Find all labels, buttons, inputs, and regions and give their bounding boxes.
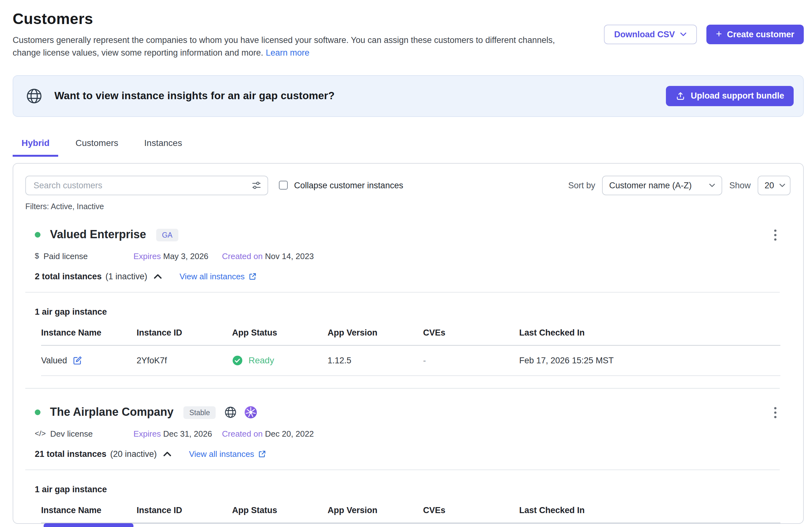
scroll-indicator[interactable]	[44, 523, 133, 527]
col-last-checked-in: Last Checked In	[519, 498, 780, 523]
airgap-insights-banner: Want to view instance insights for an ai…	[13, 75, 804, 117]
last-checked-in-cell: Feb 17, 2026 15:25 MST	[519, 345, 780, 375]
license-type: </> Dev license	[35, 429, 133, 438]
page-description: Customers generally represent the compan…	[13, 34, 577, 60]
expires-value: Dec 31, 2026	[163, 429, 212, 438]
collapse-instances-checkbox[interactable]	[279, 181, 288, 190]
status-dot	[35, 409, 41, 415]
chevron-up-icon[interactable]	[154, 273, 162, 279]
toolbar: Collapse customer instances Sort by Cust…	[13, 163, 803, 195]
table-header-row: Instance Name Instance ID App Status App…	[41, 498, 780, 523]
chevron-down-icon	[779, 183, 785, 187]
col-instance-id: Instance ID	[136, 320, 232, 345]
col-instance-name: Instance Name	[41, 498, 136, 523]
upload-support-bundle-button[interactable]: Upload support bundle	[666, 86, 794, 106]
kubernetes-icon	[244, 406, 257, 419]
instances-table: Instance Name Instance ID App Status App…	[41, 320, 780, 376]
customers-page: Customers Customers generally represent …	[0, 0, 812, 527]
channel-badge: Stable	[184, 406, 216, 419]
created-info: Created on Nov 14, 2023	[222, 251, 314, 261]
plus-icon: +	[716, 28, 722, 40]
tab-hybrid[interactable]: Hybrid	[13, 132, 58, 156]
search-box	[25, 175, 268, 195]
view-all-instances-link[interactable]: View all instances	[189, 449, 266, 458]
created-on-label: Created on	[222, 429, 263, 438]
cves-cell: -	[423, 345, 519, 375]
customer-section: Valued Enterprise GA $ Paid license Expi…	[13, 227, 803, 376]
customer-section: The Airplane Company Stable	[13, 404, 803, 523]
created-on-label: Created on	[222, 251, 263, 261]
table-row: Valued 2YfoK7f	[41, 345, 780, 375]
show-label: Show	[729, 180, 751, 190]
airgap-instance-label: 1 air gap instance	[35, 307, 780, 316]
page-header-text: Customers Customers generally represent …	[13, 10, 577, 60]
col-last-checked-in: Last Checked In	[519, 320, 780, 345]
created-info: Created on Dec 20, 2022	[222, 429, 314, 438]
globe-icon	[25, 87, 43, 105]
header-actions: Download CSV + Create customer	[604, 10, 804, 44]
kebab-menu-icon[interactable]	[770, 404, 780, 421]
tabs: Hybrid Customers Instances	[0, 132, 812, 156]
inactive-note: (20 inactive)	[110, 449, 157, 458]
instances-summary: 2 total instances (1 inactive) View all …	[35, 271, 780, 281]
toolbar-right: Sort by Customer name (A-Z) Show 20	[568, 175, 791, 195]
chevron-down-icon	[680, 32, 687, 37]
view-all-instances-label: View all instances	[189, 449, 254, 458]
created-on-value: Dec 20, 2022	[265, 429, 314, 438]
total-instances: 2 total instances	[35, 271, 102, 281]
paid-license-icon: $	[35, 252, 39, 260]
sort-by-label: Sort by	[568, 180, 595, 190]
collapse-instances-label: Collapse customer instances	[294, 180, 403, 190]
divider	[25, 388, 780, 388]
create-customer-label: Create customer	[727, 30, 794, 39]
show-select-value: 20	[765, 180, 774, 190]
kebab-menu-icon[interactable]	[770, 227, 780, 243]
customer-name[interactable]: The Airplane Company	[50, 406, 174, 419]
customer-meta: </> Dev license Expires Dec 31, 2026 Cre…	[35, 429, 780, 438]
channel-badge: GA	[156, 228, 178, 241]
customer-name[interactable]: Valued Enterprise	[50, 228, 146, 241]
airgap-instance-label: 1 air gap instance	[35, 484, 780, 494]
license-type: $ Paid license	[35, 251, 133, 261]
download-csv-label: Download CSV	[614, 30, 675, 39]
filter-icon[interactable]	[251, 180, 262, 191]
sort-select[interactable]: Customer name (A-Z)	[602, 175, 722, 195]
learn-more-link[interactable]: Learn more	[266, 48, 309, 58]
create-customer-button[interactable]: + Create customer	[706, 25, 804, 44]
upload-icon	[676, 91, 686, 101]
dev-license-icon: </>	[35, 429, 46, 438]
status-dot	[35, 232, 41, 238]
banner-title: Want to view instance insights for an ai…	[54, 90, 335, 102]
col-instance-name: Instance Name	[41, 320, 136, 345]
col-app-status: App Status	[232, 498, 328, 523]
table-header-row: Instance Name Instance ID App Status App…	[41, 320, 780, 345]
license-type-label: Paid license	[43, 251, 88, 261]
download-csv-button[interactable]: Download CSV	[604, 25, 697, 44]
customer-header: Valued Enterprise GA	[35, 227, 780, 243]
chevron-up-icon[interactable]	[163, 451, 171, 456]
tab-instances[interactable]: Instances	[135, 132, 191, 156]
inactive-note: (1 inactive)	[106, 271, 147, 281]
page-header: Customers Customers generally represent …	[0, 0, 812, 60]
edit-icon[interactable]	[73, 356, 82, 365]
view-all-instances-label: View all instances	[179, 271, 245, 281]
expires-label: Expires	[133, 429, 161, 438]
show-select[interactable]: 20	[758, 175, 791, 195]
view-all-instances-link[interactable]: View all instances	[179, 271, 257, 281]
instance-id-cell: 2YfoK7f	[136, 345, 232, 375]
customer-meta: $ Paid license Expires May 3, 2026 Creat…	[35, 251, 780, 261]
active-filters-label: Filters: Active, Inactive	[13, 195, 803, 211]
expires-value: May 3, 2026	[163, 251, 208, 261]
customer-header: The Airplane Company Stable	[35, 404, 780, 421]
app-status-cell: Ready	[232, 345, 328, 375]
expires-label: Expires	[133, 251, 161, 261]
search-customers-input[interactable]	[25, 175, 268, 195]
upload-support-bundle-label: Upload support bundle	[691, 91, 784, 101]
col-app-status: App Status	[232, 320, 328, 345]
instance-name-value: Valued	[41, 356, 67, 365]
divider	[25, 469, 780, 470]
chevron-down-icon	[709, 183, 715, 187]
tab-customers[interactable]: Customers	[67, 132, 127, 156]
col-instance-id: Instance ID	[136, 498, 232, 523]
col-app-version: App Version	[328, 498, 423, 523]
